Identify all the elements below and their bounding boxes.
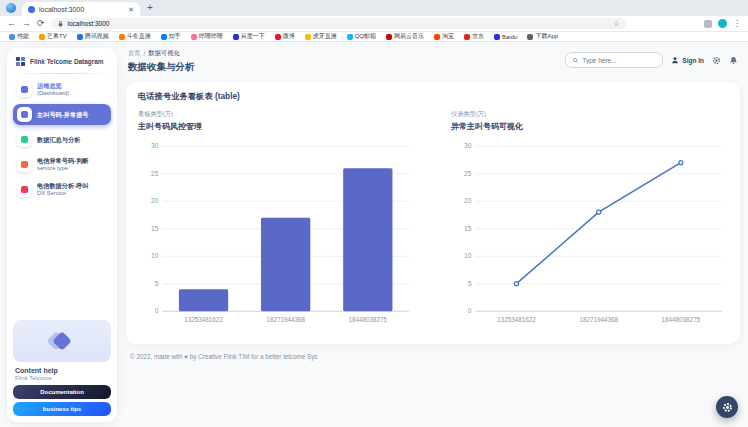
settings-gear-icon[interactable] xyxy=(712,56,721,65)
svg-text:18448038275: 18448038275 xyxy=(662,316,701,323)
sidebar-nav-item[interactable]: 运维总览 (Dashboard) xyxy=(13,79,111,100)
brand[interactable]: Flink Telcome Datagram xyxy=(13,55,111,72)
bookmark-star-icon[interactable]: ☆ xyxy=(613,20,619,28)
bar-chart-panel: 看板类型(万) 主叫号码风控管理 05101520253013253481622… xyxy=(138,110,415,336)
sign-in-button[interactable]: Sign In xyxy=(671,56,704,64)
url-text[interactable]: localhost:3000 xyxy=(68,20,610,27)
sidebar-divider xyxy=(13,73,111,74)
extensions-icon[interactable] xyxy=(704,20,712,28)
bookmark-favicon-icon xyxy=(9,34,15,40)
search-icon xyxy=(572,57,579,64)
bookmark-label: 芒果TV xyxy=(47,32,67,41)
breadcrumb-root[interactable]: 首页 xyxy=(128,49,141,58)
refresh-icon[interactable]: ⟳ xyxy=(37,19,45,28)
nav-item-label: 数据汇总与分析 xyxy=(37,136,80,143)
floating-settings-button[interactable] xyxy=(716,396,738,418)
toolbar-right: ⋮ xyxy=(704,19,741,28)
bookmark-item[interactable]: 虎牙直播 xyxy=(305,32,337,41)
bookmark-item[interactable]: 网易云音乐 xyxy=(386,32,424,41)
help-title: Content help xyxy=(13,367,111,374)
bookmark-label: 淘宝 xyxy=(442,32,454,41)
new-tab-button[interactable]: + xyxy=(147,3,153,13)
bookmark-label: QQ邮箱 xyxy=(355,32,376,41)
nav-item-icon xyxy=(17,182,32,197)
bookmark-item[interactable]: 哔哩哔哩 xyxy=(191,32,223,41)
bookmark-label: 微博 xyxy=(283,32,295,41)
svg-text:10: 10 xyxy=(151,252,159,259)
copyright-text: © 2022, made with ♥ by Creative Flink TI… xyxy=(130,353,317,360)
forward-icon[interactable]: → xyxy=(22,19,31,28)
browser-tab[interactable]: localhost:3000 ✕ xyxy=(22,2,140,16)
line-chart-subtitle: 仪表类型(万) xyxy=(451,110,728,119)
bookmark-item[interactable]: 淘宝 xyxy=(434,32,454,41)
back-icon[interactable]: ← xyxy=(7,19,16,28)
documentation-button[interactable]: Documentation xyxy=(13,385,111,399)
address-bar[interactable]: localhost:3000 ☆ xyxy=(51,18,626,29)
svg-text:30: 30 xyxy=(151,142,159,149)
bookmark-item[interactable]: 斗鱼直播 xyxy=(119,32,151,41)
bookmark-favicon-icon xyxy=(119,34,125,40)
nav-item-icon xyxy=(17,107,32,122)
svg-text:10: 10 xyxy=(464,252,472,259)
bookmark-favicon-icon xyxy=(233,34,239,40)
sign-in-label: Sign In xyxy=(682,57,704,64)
tab-close-icon[interactable]: ✕ xyxy=(128,6,134,13)
bookmark-item[interactable]: 下载App xyxy=(527,32,558,41)
nav-item-label: 主叫号码-异常接号 xyxy=(37,111,89,118)
bookmark-label: 京东 xyxy=(472,32,484,41)
tab-favicon-icon xyxy=(28,6,35,13)
bookmark-favicon-icon xyxy=(464,34,470,40)
bookmark-label: 哔哩哔哩 xyxy=(199,32,223,41)
line-chart-title: 异常主叫号码可视化 xyxy=(451,121,728,132)
breadcrumb-separator: / xyxy=(144,50,146,57)
bookmark-favicon-icon xyxy=(305,34,311,40)
bookmark-label: 斗鱼直播 xyxy=(127,32,151,41)
svg-text:15: 15 xyxy=(151,225,159,232)
bookmark-favicon-icon xyxy=(347,34,353,40)
page-footer: © 2022, made with ♥ by Creative Flink TI… xyxy=(126,344,740,360)
sidebar-nav-item[interactable]: 主叫号码-异常接号 xyxy=(13,104,111,125)
svg-text:18448038275: 18448038275 xyxy=(349,316,388,323)
browser-menu-icon[interactable]: ⋮ xyxy=(733,20,741,28)
browser-logo-icon xyxy=(6,3,16,13)
bookmark-item[interactable]: QQ邮箱 xyxy=(347,32,376,41)
browser-toolbar: ← → ⟳ localhost:3000 ☆ ⋮ xyxy=(0,16,748,32)
bookmark-label: 知乎 xyxy=(169,32,181,41)
bookmark-item[interactable]: 芒果TV xyxy=(39,32,67,41)
svg-text:20: 20 xyxy=(151,197,159,204)
search-input[interactable] xyxy=(582,57,656,64)
svg-text:25: 25 xyxy=(151,170,159,177)
notifications-bell-icon[interactable] xyxy=(729,56,738,65)
svg-text:15: 15 xyxy=(464,225,472,232)
page-title: 数据收集与分析 xyxy=(128,61,195,74)
search-box[interactable] xyxy=(565,52,663,68)
bookmark-item[interactable]: Baidu xyxy=(494,34,517,40)
svg-text:5: 5 xyxy=(468,280,472,287)
bookmark-item[interactable]: 腾讯视频 xyxy=(77,32,109,41)
profile-avatar[interactable] xyxy=(718,19,727,28)
bookmark-favicon-icon xyxy=(386,34,392,40)
sidebar-nav-item[interactable]: 电信异常号码-判断 service type xyxy=(13,154,111,175)
brand-logo-icon xyxy=(15,56,26,67)
nav-item-sublabel: service type xyxy=(37,165,89,172)
nav-item-sublabel: (Dashboard) xyxy=(37,90,69,97)
bookmark-label: 百度一下 xyxy=(241,32,265,41)
bookmark-item[interactable]: 百度一下 xyxy=(233,32,265,41)
cube-icon xyxy=(52,331,72,351)
svg-text:13253481622: 13253481622 xyxy=(497,316,536,323)
bookmark-label: 性能 xyxy=(17,32,29,41)
business-tips-button[interactable]: business tips xyxy=(13,402,111,416)
sidebar-nav-item[interactable]: 数据汇总与分析 xyxy=(13,129,111,150)
dashboard-card: 电话接号业务看板表 (table) 看板类型(万) 主叫号码风控管理 05101… xyxy=(126,82,740,344)
bar-chart-svg: 0510152025301325348162218271944368184480… xyxy=(138,136,415,336)
bookmark-item[interactable]: 知乎 xyxy=(161,32,181,41)
tab-strip: localhost:3000 ✕ + xyxy=(0,0,748,16)
gear-icon xyxy=(722,402,733,413)
sidebar-nav-item[interactable]: 电信数据分析-呼叫 DX Service xyxy=(13,179,111,200)
bookmark-item[interactable]: 性能 xyxy=(9,32,29,41)
top-navbar: 首页 / 数据可视化 数据收集与分析 Sign In xyxy=(126,47,740,74)
bookmark-item[interactable]: 京东 xyxy=(464,32,484,41)
bookmark-item[interactable]: 微博 xyxy=(275,32,295,41)
nav-item-icon xyxy=(17,82,32,97)
line-chart-svg: 0510152025301325348162218271944368184480… xyxy=(451,136,728,336)
